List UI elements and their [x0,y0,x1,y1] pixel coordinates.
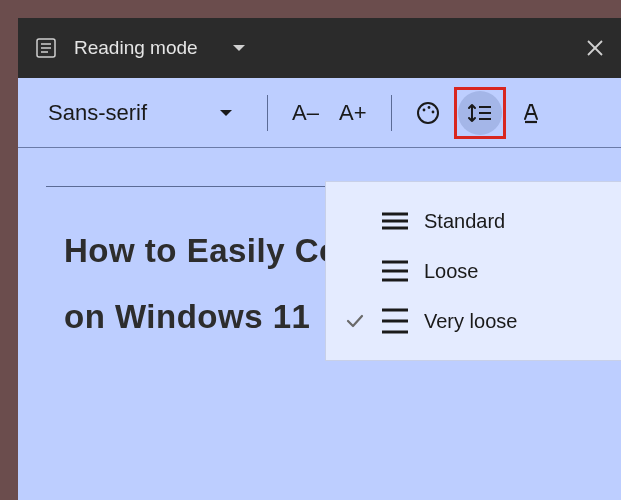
toolbar-divider [391,95,392,131]
toolbar-divider [267,95,268,131]
titlebar-dropdown[interactable] [232,43,246,53]
line-spacing-highlight [454,87,506,139]
text-style-button[interactable] [510,91,554,135]
document-icon [34,36,58,60]
font-select[interactable]: Sans-serif [48,100,253,126]
spacing-very-loose-icon [380,306,410,336]
menu-item-standard[interactable]: Standard [326,196,621,246]
close-button[interactable] [585,38,605,58]
line-spacing-menu: Standard Loose Very loose [325,181,621,361]
menu-item-label: Very loose [424,310,517,333]
svg-point-8 [427,106,430,109]
menu-item-label: Loose [424,260,479,283]
increase-font-button[interactable]: A+ [329,94,377,132]
color-theme-button[interactable] [406,91,450,135]
spacing-loose-icon [380,256,410,286]
menu-item-very-loose[interactable]: Very loose [326,296,621,346]
check-icon [344,260,366,282]
check-icon [344,210,366,232]
spacing-standard-icon [380,206,410,236]
font-select-label: Sans-serif [48,100,147,126]
menu-item-loose[interactable]: Loose [326,246,621,296]
svg-point-7 [422,108,425,111]
decrease-font-button[interactable]: A– [282,94,329,132]
toolbar-underline [46,186,336,187]
reading-mode-window: Reading mode Sans-serif A– A+ H [18,18,621,500]
toolbar: Sans-serif A– A+ [18,78,621,148]
menu-item-label: Standard [424,210,505,233]
titlebar-label: Reading mode [74,37,198,59]
check-icon [344,310,366,332]
svg-point-9 [431,110,434,113]
titlebar: Reading mode [18,18,621,78]
line-spacing-button[interactable] [458,91,502,135]
